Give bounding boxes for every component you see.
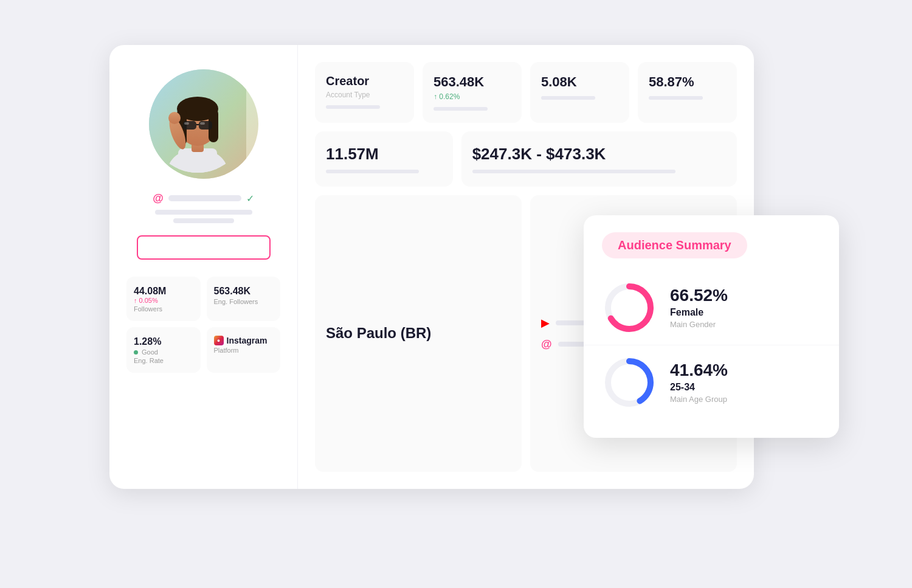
eng-rate-label: Eng. Rate	[134, 357, 193, 364]
svg-rect-9	[183, 121, 196, 130]
female-donut	[602, 280, 657, 335]
followers-stat: 44.08M ↑ 0.05% Followers	[126, 277, 201, 321]
stat-563k-card: 563.48K ↑ 0.62%	[423, 62, 522, 123]
account-type-value: Creator	[326, 74, 403, 88]
platform-row: ● Instagram	[214, 336, 274, 346]
location-value: São Paulo (BR)	[326, 325, 511, 342]
eng-rate-stat: 1.28% Good Eng. Rate	[126, 327, 201, 373]
action-button[interactable]	[137, 235, 271, 260]
followers-value: 44.08M	[134, 285, 193, 297]
mid-stat-right-value: $247.3K - $473.3K	[472, 145, 726, 164]
female-percent: 66.52%	[670, 286, 728, 305]
age-info: 41.64% 25-34 Main Age Group	[670, 361, 728, 404]
stat-563k-bar	[434, 107, 488, 111]
followers-change: ↑ 0.05%	[134, 297, 193, 304]
profile-panel: @ ✓ 44.08M ↑ 0.05% Followers 563.48K Eng…	[109, 45, 298, 489]
mid-stat-right-card: $247.3K - $473.3K	[461, 131, 737, 187]
age-percent: 41.64%	[670, 361, 728, 380]
svg-point-15	[168, 112, 181, 124]
mid-stat-left-bar	[326, 170, 419, 173]
female-label: Female	[670, 307, 728, 318]
svg-rect-13	[200, 122, 205, 125]
female-info: 66.52% Female Main Gender	[670, 286, 728, 329]
female-stat-row: 66.52% Female Main Gender	[584, 271, 839, 345]
sub-bar-2	[173, 218, 234, 223]
account-type-card: Creator Account Type	[315, 62, 414, 123]
stat-percent-card: 58.87%	[638, 62, 737, 123]
eng-rate-value: 1.28%	[134, 336, 193, 347]
mid-stat-right-bar	[472, 170, 675, 173]
profile-stats-grid: 44.08M ↑ 0.05% Followers 563.48K Eng. Fo…	[126, 277, 280, 373]
stat-508k-bar	[541, 96, 595, 100]
instagram-icon: ●	[214, 336, 224, 345]
avatar	[149, 69, 258, 179]
svg-rect-10	[199, 121, 212, 130]
youtube-icon: ▶	[541, 316, 550, 330]
svg-rect-12	[184, 122, 189, 125]
age-sublabel: Main Age Group	[670, 395, 728, 404]
mid-stats-row: 11.57M $247.3K - $473.3K	[315, 131, 737, 187]
eng-followers-value: 563.48K	[214, 285, 274, 297]
account-type-label: Account Type	[326, 91, 403, 99]
account-type-bar	[326, 105, 380, 109]
age-donut	[602, 355, 657, 410]
platform-value: Instagram	[227, 336, 268, 346]
stat-508k-value: 5.08K	[541, 74, 618, 90]
username-bar	[168, 195, 241, 201]
stat-percent-bar	[649, 96, 703, 100]
audience-header: Audience Summary	[584, 215, 839, 271]
female-sublabel: Main Gender	[670, 320, 728, 329]
stat-percent-value: 58.87%	[649, 74, 726, 90]
stat-563k-change: ↑ 0.62%	[434, 92, 511, 101]
followers-label: Followers	[134, 305, 193, 313]
at-icon: @	[153, 192, 164, 205]
mid-stat-left-card: 11.57M	[315, 131, 453, 187]
username-row: @ ✓	[153, 192, 254, 205]
good-dot-icon	[134, 350, 138, 355]
platform-label: Platform	[214, 347, 274, 354]
age-label: 25-34	[670, 382, 728, 393]
top-stats-row: Creator Account Type 563.48K ↑ 0.62% 5.0…	[315, 62, 737, 123]
sub-bar-1	[155, 210, 252, 215]
location-card: São Paulo (BR)	[315, 195, 522, 472]
stat-508k-card: 5.08K	[530, 62, 629, 123]
stat-563k-value: 563.48K	[434, 74, 511, 90]
mid-stat-left-value: 11.57M	[326, 145, 442, 164]
platform-stat: ● Instagram Platform	[207, 327, 281, 373]
audience-title: Audience Summary	[602, 232, 747, 258]
eng-followers-label: Eng. Followers	[214, 298, 274, 305]
eng-rate-quality: Good	[134, 348, 193, 356]
verified-icon: ✓	[246, 193, 254, 204]
age-stat-row: 41.64% 25-34 Main Age Group	[584, 345, 839, 420]
at-social-icon: @	[541, 338, 552, 351]
eng-followers-stat: 563.48K Eng. Followers	[207, 277, 281, 321]
audience-summary-card: Audience Summary 66.52% Female Main Gend…	[584, 215, 839, 438]
